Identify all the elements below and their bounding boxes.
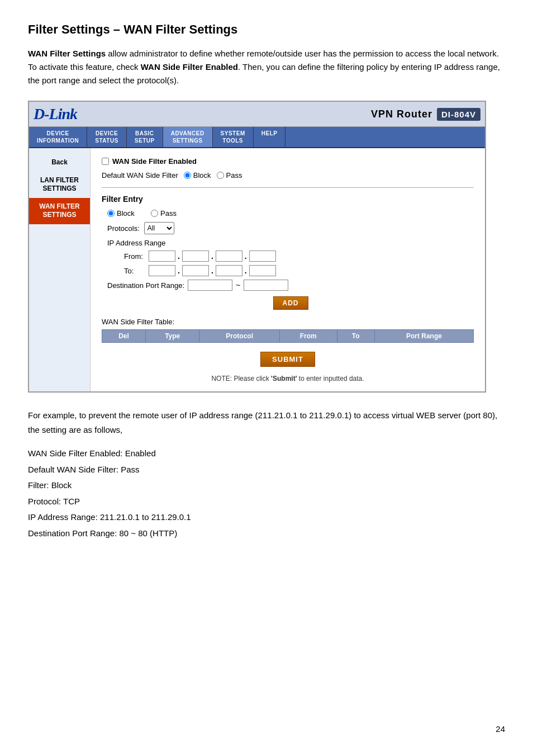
sidebar-item-wan-filter[interactable]: WAN FILTERSETTINGS (29, 198, 90, 224)
protocols-select[interactable]: All TCP UDP ICMP (144, 222, 174, 234)
router-ui-box: D-Link VPN Router DI-804V DEVICEINFORMAT… (28, 101, 486, 393)
ip-from-2[interactable] (182, 251, 209, 262)
note-submit-bold: 'Submit' (271, 375, 297, 382)
dot-1: . (178, 252, 180, 261)
intro-bold-1: WAN Filter Settings (28, 49, 106, 58)
ip-to-1[interactable] (149, 265, 175, 276)
ip-from-label: From: (124, 252, 146, 261)
tab-advanced-settings[interactable]: ADVANCEDSETTINGS (163, 127, 213, 147)
add-button[interactable]: Add (273, 296, 308, 310)
th-from: From (279, 330, 337, 343)
th-protocol: Protocol (199, 330, 280, 343)
ip-to-3[interactable] (216, 265, 242, 276)
example-intro: For example, to prevent the remote user … (28, 408, 505, 437)
default-block-radio[interactable] (184, 172, 191, 179)
ip-from-4[interactable] (249, 251, 276, 262)
tab-device-information[interactable]: DEVICEINFORMATION (29, 127, 87, 147)
ip-to-row: To: . . . (124, 265, 474, 276)
vpn-router-badge: VPN Router DI-804V (371, 108, 480, 121)
router-header: D-Link VPN Router DI-804V (29, 102, 485, 127)
default-block-option[interactable]: Block (184, 171, 211, 179)
intro-paragraph: WAN Filter Settings allow administrator … (28, 47, 505, 87)
tab-system-tools[interactable]: SYSTEMTOOLS (213, 127, 254, 147)
th-port-range: Port Range (374, 330, 473, 343)
filter-entry-title: Filter Entry (102, 195, 474, 204)
dot-2: . (211, 252, 213, 261)
default-filter-label: Default WAN Side Filter (102, 171, 178, 179)
intro-bold-2: WAN Side Filter Enabled (141, 62, 238, 72)
filter-pass-option[interactable]: Pass (151, 209, 190, 218)
dlink-logo: D-Link (34, 105, 77, 123)
default-filter-row: Default WAN Side Filter Block Pass (102, 171, 474, 179)
sidebar: Back LAN FILTERSETTINGS WAN FILTERSETTIN… (29, 148, 91, 391)
th-type: Type (145, 330, 199, 343)
example-item-2: Default WAN Side Filter: Pass (28, 462, 505, 478)
dest-port-row: Destination Port Range: ~ (107, 280, 474, 291)
example-item-1: WAN Side Filter Enabled: Enabled (28, 446, 505, 462)
nav-tabs: DEVICEINFORMATION DEVICESTATUS BASICSETU… (29, 127, 485, 148)
tab-device-status[interactable]: DEVICESTATUS (87, 127, 127, 147)
filter-entry-section: Filter Entry Block Pass (102, 195, 474, 310)
dot-3: . (245, 252, 247, 261)
ip-from-1[interactable] (149, 251, 175, 262)
default-block-label: Block (193, 171, 211, 179)
table-header-row: Del Type Protocol From To Port Range (102, 330, 474, 343)
ip-to-4[interactable] (249, 265, 276, 276)
ip-to-label: To: (124, 267, 146, 275)
protocols-row: Protocols: All TCP UDP ICMP (107, 222, 474, 234)
ip-from-3[interactable] (216, 251, 242, 262)
th-to: To (337, 330, 374, 343)
example-item-4: Protocol: TCP (28, 494, 505, 510)
router-content: Back LAN FILTERSETTINGS WAN FILTERSETTIN… (29, 148, 485, 391)
sidebar-item-back[interactable]: Back (29, 154, 90, 172)
vpn-router-label: VPN Router (371, 108, 432, 120)
ip-to-2[interactable] (182, 265, 209, 276)
protocols-label: Protocols: (107, 224, 140, 233)
ip-range-title: IP Address Range (107, 239, 474, 247)
page-number: 24 (496, 724, 505, 734)
submit-row: Submit (102, 352, 474, 367)
example-settings-list: WAN Side Filter Enabled: Enabled Default… (28, 446, 505, 541)
wan-enabled-row: WAN Side Filter Enabled (102, 157, 474, 166)
add-btn-row: Add (107, 296, 474, 310)
filter-pass-label: Pass (160, 209, 177, 218)
default-pass-option[interactable]: Pass (217, 171, 242, 179)
tab-help[interactable]: HELP (254, 127, 286, 147)
filter-block-label: Block (117, 209, 135, 218)
filter-pass-radio[interactable] (151, 210, 158, 217)
port-to-input[interactable] (244, 280, 288, 291)
filter-table: Del Type Protocol From To Port Range (102, 329, 474, 343)
filter-entry-content: Block Pass Protocols: All TCP U (107, 209, 474, 310)
example-item-5: IP Address Range: 211.21.0.1 to 211.29.0… (28, 509, 505, 526)
example-item-6: Destination Port Range: 80 ~ 80 (HTTP) (28, 526, 505, 542)
th-del: Del (102, 330, 146, 343)
filter-table-section: WAN Side Filter Table: Del Type Protocol… (102, 318, 474, 343)
submit-button[interactable]: Submit (260, 352, 315, 367)
main-panel: WAN Side Filter Enabled Default WAN Side… (91, 148, 485, 391)
sidebar-item-lan-filter[interactable]: LAN FILTERSETTINGS (29, 172, 90, 198)
dest-port-label: Destination Port Range: (107, 281, 184, 290)
filter-block-radio[interactable] (107, 210, 115, 217)
dot-4: . (178, 266, 180, 275)
note-text: NOTE: Please click 'Submit' to enter inp… (102, 375, 474, 382)
dot-6: . (245, 266, 247, 275)
dot-5: . (211, 266, 213, 275)
page-title: Filter Settings – WAN Filter Settings (28, 22, 505, 37)
filter-block-option[interactable]: Block (107, 209, 146, 218)
section-divider (102, 187, 474, 188)
filter-type-row: Block Pass (107, 209, 474, 218)
ip-from-row: From: . . . (124, 251, 474, 262)
table-label: WAN Side Filter Table: (102, 318, 474, 326)
example-item-3: Filter: Block (28, 478, 505, 494)
default-pass-radio[interactable] (217, 172, 224, 179)
model-badge: DI-804V (437, 108, 480, 121)
default-pass-label: Pass (226, 171, 242, 179)
wan-enabled-checkbox[interactable] (102, 158, 109, 165)
port-from-input[interactable] (188, 280, 232, 291)
tab-basic-setup[interactable]: BASICSETUP (127, 127, 163, 147)
tilde-separator: ~ (236, 281, 240, 290)
wan-enabled-label: WAN Side Filter Enabled (112, 157, 197, 166)
